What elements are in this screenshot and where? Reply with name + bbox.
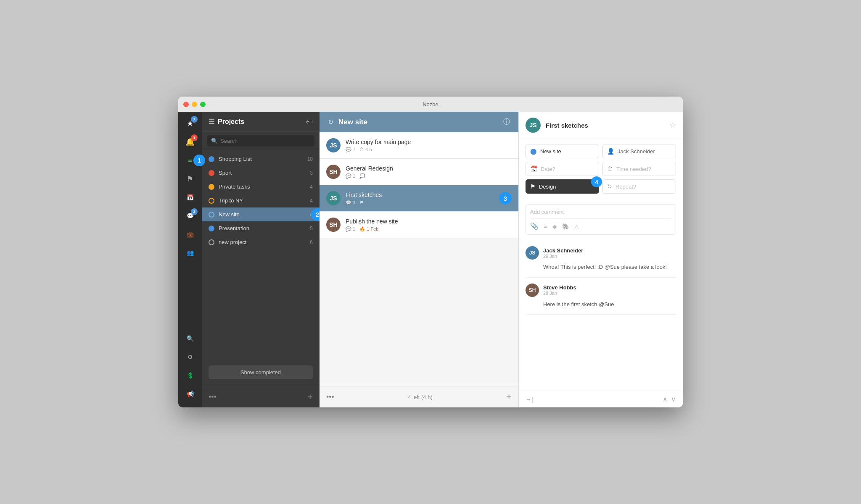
- refresh-icon[interactable]: ↻: [328, 118, 333, 126]
- detail-field-assignee[interactable]: 👤 Jack Schneider: [602, 144, 676, 158]
- drive-icon[interactable]: △: [574, 223, 579, 230]
- sidebar-item-briefcase[interactable]: 💼: [182, 226, 198, 243]
- comments-list: JS Jack Schneider 29 Jan Whoa! This is p…: [519, 240, 683, 391]
- comment-placeholder[interactable]: Add comment: [530, 209, 671, 215]
- task-item-general-redesign[interactable]: SH General Redesign 💬 1 💭: [320, 159, 518, 185]
- project-item-presentation[interactable]: Presentation 5: [202, 221, 320, 235]
- tasks-footer-dots[interactable]: •••: [326, 393, 334, 402]
- task-comments-publish-site: 💬 1: [346, 226, 355, 232]
- attachment-icon[interactable]: 📎: [530, 222, 539, 230]
- window-title: Nozbe: [423, 101, 438, 108]
- evernote-icon[interactable]: 🐘: [562, 223, 569, 230]
- tasks-info-icon[interactable]: ⓘ: [503, 118, 510, 126]
- project-count-newproject: 6: [310, 239, 313, 245]
- project-item-trip[interactable]: Trip to NY 4: [202, 194, 320, 207]
- detail-field-category[interactable]: ⚑ Design 4: [526, 179, 599, 194]
- task-comments-general-redesign: 💬 1: [346, 173, 355, 179]
- comment-author-1: Jack Schneider: [543, 247, 583, 254]
- task-item-publish-site[interactable]: SH Publish the new site 💬 1 🔥 1 Feb: [320, 212, 518, 238]
- project-name-newsite: New site: [219, 211, 310, 218]
- enter-icon[interactable]: →|: [526, 396, 533, 403]
- project-name-shopping: Shopping List: [219, 156, 307, 162]
- sidebar-item-priority[interactable]: ★ 7: [182, 115, 198, 132]
- task-avatar-publish-site: SH: [326, 218, 341, 232]
- sidebar-item-chat[interactable]: 💬 3: [182, 207, 198, 224]
- detail-star-icon[interactable]: ☆: [669, 121, 676, 130]
- task-list: JS Write copy for main page 💬 7 ⏱ 4 h SH…: [320, 132, 518, 386]
- project-item-shopping[interactable]: Shopping List 10: [202, 152, 320, 166]
- search-input-wrap: 🔍: [207, 135, 314, 147]
- project-count-shopping: 10: [307, 156, 313, 162]
- project-item-newsite[interactable]: New site 4 2: [202, 207, 320, 221]
- project-dot-private: [209, 184, 214, 190]
- projects-title-label: Projects: [218, 118, 244, 126]
- project-item-newproject[interactable]: new project 6: [202, 235, 320, 249]
- detail-field-time[interactable]: ⏱ Time needed?: [602, 162, 676, 176]
- projects-footer-dots[interactable]: •••: [209, 393, 217, 402]
- dropbox-icon[interactable]: ◆: [552, 223, 557, 230]
- project-dot-presentation: [209, 226, 214, 231]
- title-bar-buttons: [183, 102, 206, 107]
- sidebar-item-team[interactable]: 👥: [182, 244, 198, 261]
- sidebar-item-settings[interactable]: ⚙: [182, 349, 198, 365]
- detail-header: JS First sketches ☆: [519, 112, 683, 139]
- sidebar-item-megaphone[interactable]: 📢: [182, 386, 198, 402]
- tasks-footer-plus[interactable]: +: [506, 391, 512, 402]
- sidebar-item-flag[interactable]: ⚑: [182, 171, 198, 187]
- category-field-icon: ⚑: [530, 183, 536, 190]
- projects-footer: ••• +: [202, 386, 320, 407]
- comment-area-top: Add comment: [530, 209, 671, 215]
- project-item-private[interactable]: Private tasks 4: [202, 180, 320, 194]
- task-meta-publish-site: 💬 1 🔥 1 Feb: [346, 226, 512, 232]
- projects-panel: ☰ Projects 🏷 🔍 Shopping List 10: [202, 112, 320, 407]
- task-item-write-copy[interactable]: JS Write copy for main page 💬 7 ⏱ 4 h: [320, 132, 518, 159]
- minimize-button[interactable]: [192, 102, 197, 107]
- sidebar-item-dollar[interactable]: 💲: [182, 367, 198, 384]
- task-content-publish-site: Publish the new site 💬 1 🔥 1 Feb: [346, 218, 512, 232]
- search-icon: 🔍: [187, 335, 194, 342]
- comment-input-box: Add comment 📎 ≡ ◆ 🐘 △: [526, 204, 676, 235]
- project-name-private: Private tasks: [219, 184, 310, 190]
- project-count-presentation: 5: [310, 226, 313, 231]
- checklist-icon[interactable]: ≡: [544, 223, 547, 230]
- inbox-badge: 1: [191, 134, 198, 141]
- task-meta-first-sketches: 💬 3 ⚑: [346, 200, 512, 205]
- close-button[interactable]: [183, 102, 189, 107]
- sidebar-item-inbox[interactable]: 🔔 1: [182, 134, 198, 150]
- comment-header-1: JS Jack Schneider 29 Jan: [526, 246, 676, 260]
- task-name-first-sketches: First sketches: [346, 192, 512, 198]
- projects-footer-plus[interactable]: +: [307, 391, 313, 402]
- nav-down-arrow[interactable]: ∨: [671, 395, 676, 403]
- task-time-write-copy: ⏱ 4 h: [359, 147, 372, 152]
- comment-text-1: Whoa! This is perfect! :D @Sue please ta…: [526, 263, 676, 271]
- show-completed-button[interactable]: Show completed: [209, 365, 313, 379]
- search-input[interactable]: [220, 138, 310, 144]
- project-name-trip: Trip to NY: [219, 197, 310, 204]
- detail-field-date[interactable]: 📅 Date?: [526, 162, 599, 176]
- task-content-general-redesign: General Redesign 💬 1 💭: [346, 165, 512, 179]
- comment-author-info-1: Jack Schneider 29 Jan: [543, 247, 583, 259]
- task-name-write-copy: Write copy for main page: [346, 139, 512, 145]
- comment-author-info-2: Steve Hobbs 28 Jan: [543, 284, 576, 296]
- project-field-icon: ⬤: [530, 148, 537, 155]
- detail-panel: JS First sketches ☆ ⬤ New site 👤 Jack Sc…: [519, 112, 683, 407]
- detail-footer-left: →|: [526, 396, 533, 403]
- megaphone-icon: 📢: [187, 391, 194, 397]
- icon-sidebar: ★ 7 🔔 1 ≡ 1 ⚑ 📅 💬 3: [178, 112, 202, 407]
- nav-up-arrow[interactable]: ∧: [663, 395, 668, 403]
- detail-field-project[interactable]: ⬤ New site: [526, 144, 599, 158]
- projects-header: ☰ Projects 🏷: [202, 112, 320, 132]
- project-item-sport[interactable]: Sport 3: [202, 166, 320, 180]
- task-item-first-sketches[interactable]: JS First sketches 💬 3 ⚑ 3: [320, 185, 518, 212]
- search-input-icon: 🔍: [211, 138, 218, 144]
- priority-badge: 7: [191, 116, 198, 123]
- app-window: Nozbe ★ 7 🔔 1 ≡ 1 ⚑ 📅: [178, 97, 683, 407]
- comment-avatar-2: SH: [526, 284, 539, 297]
- maximize-button[interactable]: [200, 102, 206, 107]
- sidebar-item-search[interactable]: 🔍: [182, 330, 198, 347]
- sidebar-item-calendar[interactable]: 📅: [182, 189, 198, 206]
- repeat-field-icon: ↻: [607, 183, 612, 190]
- tag-icon[interactable]: 🏷: [306, 118, 313, 126]
- comment-author-2: Steve Hobbs: [543, 284, 576, 291]
- detail-field-repeat[interactable]: ↻ Repeat?: [602, 179, 676, 194]
